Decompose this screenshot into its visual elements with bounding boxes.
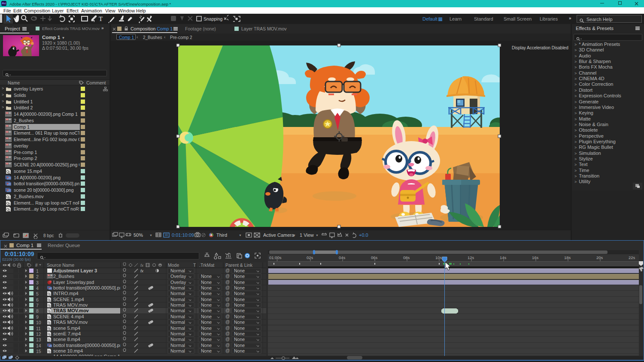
svg-text:Active Camera: Active Camera (263, 232, 295, 238)
svg-text:▼: ▼ (293, 234, 296, 237)
svg-text:T: T (99, 15, 103, 22)
svg-text:Source Name: Source Name (47, 262, 74, 268)
svg-text:Third: Third (216, 232, 227, 238)
svg-text:8 bpc: 8 bpc (43, 233, 54, 238)
svg-text:Mode: Mode (168, 262, 179, 268)
svg-text:▼: ▼ (149, 234, 152, 237)
svg-text:.TrkMat: .TrkMat (199, 262, 214, 268)
svg-text:+0.0: +0.0 (359, 232, 368, 238)
svg-text:#: # (35, 263, 38, 268)
svg-text:fx: fx (140, 263, 144, 268)
svg-text:Snapping: Snapping (204, 16, 223, 21)
svg-text:T: T (193, 262, 196, 268)
svg-text:50%: 50% (134, 232, 143, 238)
svg-text:1 View: 1 View (300, 232, 314, 238)
svg-text:Parent & Link: Parent & Link (225, 262, 253, 268)
svg-text:fx: fx (140, 269, 144, 273)
svg-text:▼: ▼ (239, 234, 242, 237)
svg-text:▼: ▼ (316, 234, 319, 237)
svg-text:0:01:10:09: 0:01:10:09 (172, 232, 194, 238)
